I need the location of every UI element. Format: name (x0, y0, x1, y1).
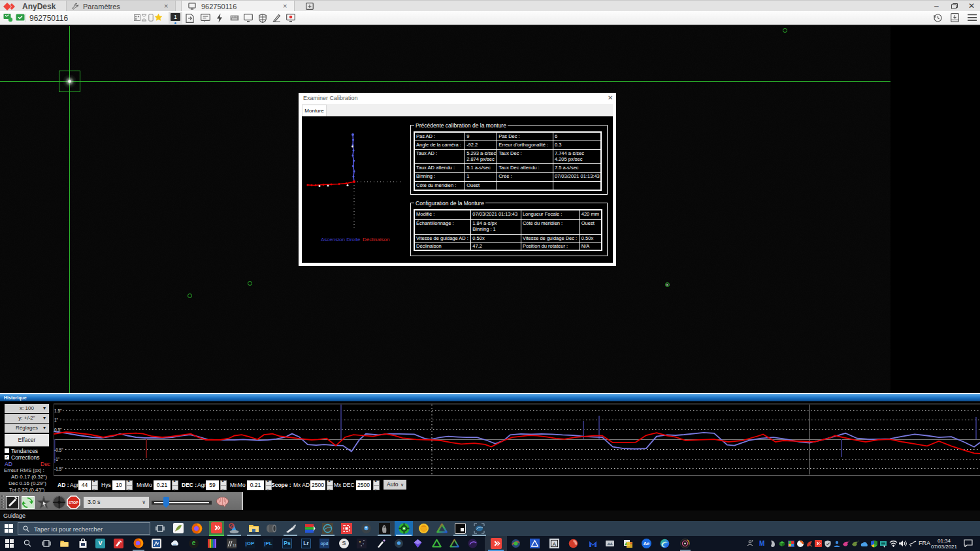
svg-text:-0.5": -0.5" (54, 448, 63, 452)
svg-text:Ascension Droite: Ascension Droite (321, 237, 361, 242)
svg-text:0.5": 0.5" (54, 427, 62, 432)
svg-text:Déclinaison: Déclinaison (363, 237, 389, 242)
svg-text:11: 11 (233, 543, 237, 547)
svg-text:-1.5": -1.5" (54, 467, 63, 471)
svg-text:-1": -1" (54, 457, 60, 461)
svg-text:1.5": 1.5" (54, 409, 62, 413)
svg-text:STOP: STOP (69, 501, 78, 505)
svg-text:1": 1" (54, 418, 59, 422)
svg-text:A: A (553, 541, 557, 547)
